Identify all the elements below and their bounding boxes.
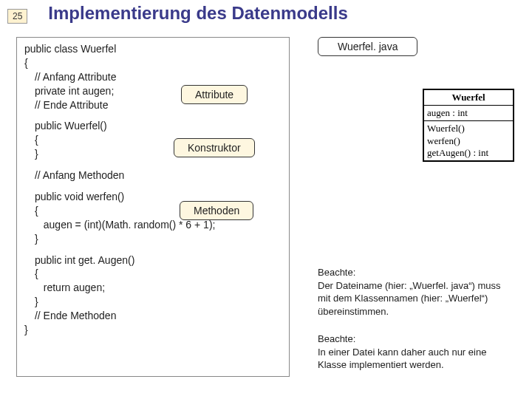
- slide-title: Implementierung des Datenmodells: [48, 3, 347, 24]
- code-line: return augen;: [24, 281, 282, 295]
- code-line: // Ende Methoden: [24, 309, 282, 323]
- slide-header: 25 Implementierung des Datenmodells: [0, 0, 532, 30]
- code-line: public int get. Augen(): [24, 253, 282, 267]
- code-line: {: [24, 267, 282, 281]
- note-body: Der Dateiname (hier: „Wuerfel. java“) mu…: [318, 279, 510, 318]
- constructor-label: Konstruktor: [174, 138, 255, 157]
- code-line: }: [24, 295, 282, 309]
- code-line: // Anfang Methoden: [24, 168, 282, 183]
- slide-number: 25: [7, 9, 27, 24]
- code-line: }: [24, 232, 282, 246]
- code-line: {: [24, 56, 282, 70]
- uml-class-diagram: Wuerfel augen : int Wuerfel() werfen() g…: [423, 89, 514, 162]
- code-line: }: [24, 323, 282, 337]
- uml-operation: getAugen() : int: [427, 147, 510, 159]
- note-filename: Beachte: Der Dateiname (hier: „Wuerfel. …: [318, 266, 510, 318]
- note-lead: Beachte:: [318, 332, 510, 346]
- code-line: public Wuerfel(): [24, 119, 282, 133]
- file-name-label: Wuerfel. java: [318, 37, 417, 56]
- code-line: // Anfang Attribute: [24, 70, 282, 84]
- uml-operation: Wuerfel(): [427, 123, 510, 134]
- note-body: In einer Datei kann daher auch nur eine …: [318, 346, 510, 372]
- code-line: public class Wuerfel: [24, 42, 282, 56]
- uml-attribute: augen : int: [427, 107, 510, 119]
- note-one-class: Beachte: In einer Datei kann daher auch …: [318, 332, 510, 372]
- uml-class-name: Wuerfel: [424, 90, 513, 106]
- uml-operations: Wuerfel() werfen() getAugen() : int: [424, 121, 513, 160]
- note-lead: Beachte:: [318, 266, 510, 279]
- uml-operation: werfen(): [427, 135, 510, 147]
- attribute-label: Attribute: [181, 85, 248, 104]
- methods-label: Methoden: [180, 201, 253, 220]
- uml-attributes: augen : int: [424, 106, 513, 121]
